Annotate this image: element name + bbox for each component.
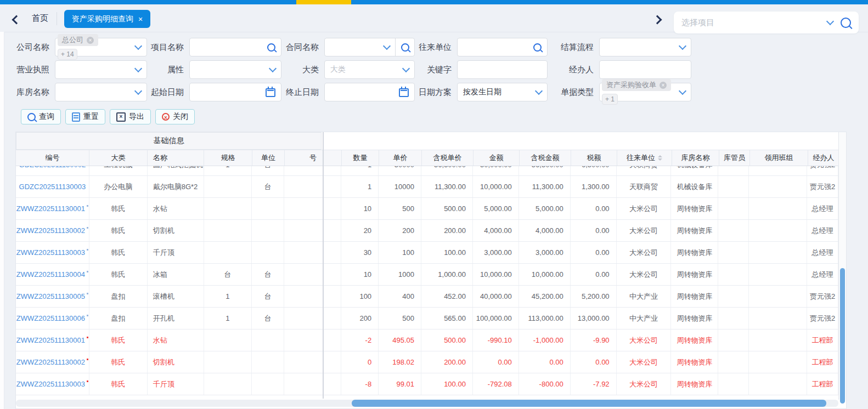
- handler-input[interactable]: [605, 65, 685, 75]
- tag-remove-icon[interactable]: ×: [87, 37, 94, 44]
- document-code-link[interactable]: ZWWZ202511130003: [16, 380, 85, 388]
- document-code-link[interactable]: GDZC202511130003: [19, 183, 86, 191]
- doc-type-more-count[interactable]: + 1: [602, 94, 618, 105]
- chevron-down-icon[interactable]: [134, 42, 142, 50]
- document-code-link[interactable]: GDZC202511130002: [19, 166, 86, 169]
- chevron-down-icon[interactable]: [826, 18, 834, 25]
- horizontal-scrollbar[interactable]: [16, 400, 838, 407]
- document-code-link[interactable]: ZWWZ202511130004: [16, 270, 85, 279]
- close-button[interactable]: ×关闭: [155, 109, 195, 124]
- document-code-link[interactable]: ZWWZ202511130006: [16, 314, 85, 322]
- search-icon[interactable]: [841, 18, 851, 28]
- cell-code[interactable]: ZWWZ202511130006: [16, 308, 89, 329]
- cell-value: -2: [365, 336, 372, 344]
- cell-code[interactable]: GDZC202511130003: [16, 176, 89, 197]
- search-icon[interactable]: [401, 43, 409, 52]
- search-icon[interactable]: [533, 43, 542, 52]
- cell-counterparty: 中大产业: [617, 308, 672, 329]
- horizontal-scrollbar-thumb[interactable]: [352, 400, 826, 407]
- attribute-field[interactable]: [189, 60, 281, 79]
- search-icon[interactable]: [267, 43, 275, 52]
- document-code-link[interactable]: ZWWZ202511130002: [16, 358, 85, 366]
- chevron-down-icon[interactable]: [402, 65, 410, 72]
- doc-type-field[interactable]: 资产采购验收单×+ 1: [599, 83, 691, 101]
- annotation-mark: [87, 359, 88, 360]
- chevron-down-icon[interactable]: [134, 87, 142, 95]
- cell-quantity: 100: [341, 286, 379, 307]
- document-code-link[interactable]: ZWWZ202511130002: [16, 226, 85, 235]
- column-header-label: 含税金额: [531, 153, 560, 163]
- project-name-input[interactable]: [195, 42, 267, 52]
- cell-value: 天联商贸: [629, 182, 658, 192]
- cell-value: 贾元强2: [810, 314, 835, 323]
- cell-code[interactable]: ZWWZ202511130005: [16, 286, 89, 307]
- reset-button[interactable]: 重置: [65, 109, 105, 124]
- button-label: 重置: [83, 112, 99, 122]
- category-field[interactable]: 大类: [324, 60, 415, 79]
- chevron-down-icon[interactable]: [679, 87, 686, 95]
- export-button[interactable]: ×导出: [110, 109, 151, 124]
- cell-code[interactable]: ZWWZ202511130001: [16, 198, 89, 219]
- tag-remove-icon[interactable]: ×: [660, 82, 667, 89]
- query-button[interactable]: 查询: [21, 109, 61, 124]
- company-name-field[interactable]: 总公司×+ 14: [55, 38, 147, 56]
- chevron-right-icon[interactable]: [653, 15, 662, 25]
- cell-value: 1: [368, 183, 371, 191]
- counterparty-field[interactable]: [457, 38, 548, 56]
- column-header-counterparty[interactable]: 往来单位: [617, 150, 672, 166]
- warehouse-name-field[interactable]: [55, 83, 147, 101]
- cell-value: 0.00: [595, 226, 609, 235]
- chevron-down-icon[interactable]: [535, 87, 543, 95]
- document-code-link[interactable]: ZWWZ202511130001: [16, 336, 85, 344]
- settlement-flow-field[interactable]: [599, 38, 691, 56]
- tab-asset-purchase-detail-query[interactable]: 资产采购明细查询 ×: [64, 10, 150, 28]
- cell-value: 11,300.00: [435, 183, 466, 191]
- handler-field[interactable]: [599, 60, 691, 79]
- cell-amount: 4,000.00: [473, 220, 519, 241]
- business-license-field[interactable]: [55, 60, 147, 79]
- end-date-field[interactable]: [324, 83, 415, 101]
- cell-code[interactable]: ZWWZ202511130003: [16, 373, 89, 395]
- cell-amount: 50,000.00: [473, 166, 519, 175]
- vertical-scrollbar-thumb[interactable]: [840, 268, 845, 404]
- cell-code[interactable]: ZWWZ202511130002: [16, 351, 89, 373]
- chevron-down-icon[interactable]: [134, 65, 142, 72]
- tab-close-icon[interactable]: ×: [138, 15, 143, 23]
- document-code-link[interactable]: ZWWZ202511130003: [16, 248, 85, 257]
- filter-project-name: 项目名称: [147, 38, 281, 56]
- cell-warehouse-keeper: [718, 176, 749, 197]
- cell-value: 切割机: [153, 357, 174, 367]
- vertical-scrollbar[interactable]: [838, 132, 846, 400]
- calendar-icon[interactable]: [399, 88, 409, 97]
- start-date-input[interactable]: [195, 87, 266, 97]
- chevron-down-icon[interactable]: [679, 42, 686, 50]
- cell-value: 贾元强2: [810, 292, 835, 302]
- toolbar: 查询重置×导出×关闭: [21, 109, 195, 124]
- chevron-left-icon[interactable]: [12, 15, 21, 25]
- company-name-more-count[interactable]: + 14: [58, 49, 77, 60]
- document-code-link[interactable]: ZWWZ202511130005: [16, 292, 85, 300]
- search-suffix[interactable]: [396, 43, 414, 52]
- cell-code[interactable]: ZWWZ202511130002: [16, 220, 89, 241]
- cell-code[interactable]: ZWWZ202511130003: [16, 242, 89, 263]
- calendar-icon[interactable]: [266, 88, 275, 97]
- sort-icon[interactable]: [658, 155, 662, 161]
- cell-code[interactable]: GDZC202511130002: [16, 166, 89, 175]
- contract-name-field[interactable]: [324, 38, 415, 56]
- cell-code[interactable]: ZWWZ202511130001: [16, 330, 89, 351]
- document-code-link[interactable]: ZWWZ202511130001: [16, 204, 85, 213]
- project-name-field[interactable]: [189, 38, 281, 56]
- keyword-input[interactable]: [463, 65, 542, 75]
- cell-code[interactable]: ZWWZ202511130004: [16, 264, 89, 285]
- start-date-field[interactable]: [189, 83, 281, 101]
- tab-home[interactable]: 首页: [32, 12, 48, 24]
- chevron-down-icon[interactable]: [383, 42, 391, 50]
- filter-label-counterparty: 往来单位: [415, 42, 457, 53]
- keyword-field[interactable]: [457, 60, 548, 79]
- date-scheme-field[interactable]: 按发生日期: [457, 83, 548, 101]
- counterparty-input[interactable]: [463, 42, 533, 52]
- project-select[interactable]: 选择项目: [674, 12, 859, 33]
- cell-value: 0.00: [595, 204, 609, 213]
- end-date-input[interactable]: [330, 87, 399, 97]
- chevron-down-icon[interactable]: [269, 65, 277, 72]
